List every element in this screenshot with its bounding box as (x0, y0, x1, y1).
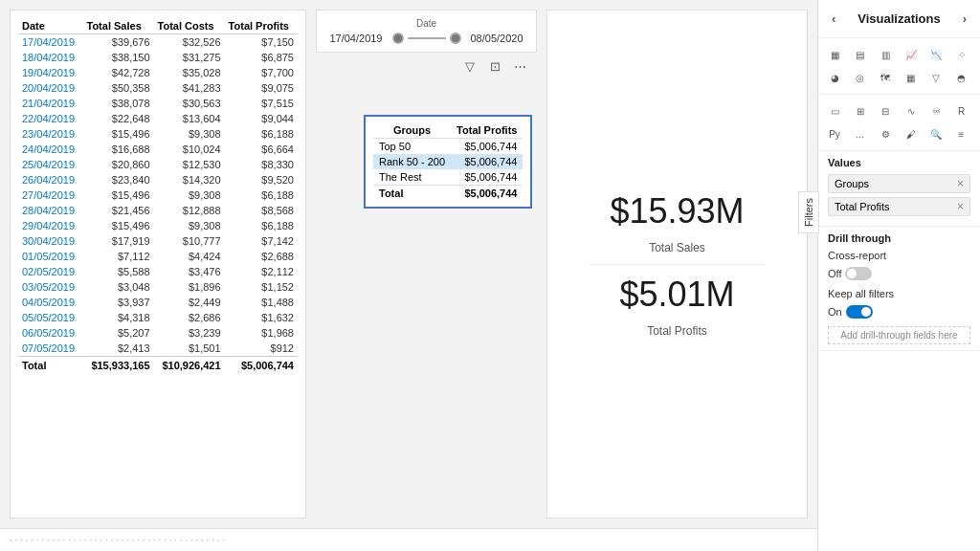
groups-field-pill[interactable]: Groups × (828, 174, 970, 193)
table-cell: $16,688 (83, 142, 154, 157)
keep-filters-toggle-track[interactable] (846, 305, 873, 319)
table-cell: 27/04/2019 (18, 187, 83, 203)
gauge-icon[interactable]: ◓ (951, 67, 972, 88)
popup-table-value: $5,006,744 (451, 139, 523, 155)
table-footer-cell: Total (18, 357, 83, 375)
col-date: Date (18, 18, 83, 34)
cross-report-toggle[interactable]: Off (828, 267, 970, 280)
table-cell: $8,330 (225, 157, 298, 172)
keep-filters-toggle-text: On (828, 306, 842, 318)
total-profits-remove-btn[interactable]: × (957, 200, 964, 213)
table-cell: $50,358 (83, 80, 154, 96)
popup-table-group: The Rest (373, 169, 451, 186)
table-cell: $12,888 (154, 203, 225, 218)
card-icon[interactable]: ▭ (824, 100, 845, 121)
kpi-panel: $15.93M Total Sales $5.01M Total Profits (546, 10, 808, 518)
table-cell: $6,188 (225, 187, 298, 203)
matrix-icon[interactable]: ⊟ (875, 100, 896, 121)
table-cell: $2,112 (225, 264, 298, 279)
table-cell: $15,496 (83, 126, 154, 142)
fields-icon[interactable]: ≡ (951, 123, 972, 144)
table-cell: 30/04/2019 (18, 233, 83, 249)
table-cell: $4,318 (83, 310, 154, 325)
table-cell: $2,413 (83, 341, 154, 357)
popup-groups-table: Groups Total Profits Top 50$5,006,744Ran… (364, 115, 532, 209)
cross-report-toggle-knob (847, 269, 857, 278)
focus-icon[interactable]: ⊡ (485, 56, 504, 76)
table-cell: $6,664 (225, 142, 298, 157)
donut-chart-icon[interactable]: ◎ (850, 67, 871, 88)
table-cell: $912 (225, 341, 298, 357)
popup-footer-value: $5,006,744 (451, 186, 523, 202)
total-sales-value: $15.93M (610, 191, 744, 231)
nav-chevron-left[interactable]: ‹ (828, 8, 839, 30)
table-cell: $6,875 (225, 50, 298, 65)
table-cell: 23/04/2019 (18, 126, 83, 142)
bottom-bar-text: · · · · · · · · · · · · · · · · · · · · … (10, 535, 225, 545)
analytics-icon[interactable]: 🔍 (925, 123, 947, 144)
r-icon[interactable]: R (951, 100, 972, 121)
more-icon[interactable]: … (850, 123, 871, 144)
table-cell: 17/04/2019 (18, 34, 83, 51)
keep-filters-toggle[interactable]: On (828, 305, 970, 319)
clustered-bar-icon[interactable]: ▥ (875, 44, 896, 65)
total-profits-field-label: Total Profits (835, 201, 889, 212)
line-chart-icon[interactable]: 📈 (901, 44, 922, 65)
groups-remove-btn[interactable]: × (957, 177, 964, 190)
table-footer-cell: $5,006,744 (225, 357, 298, 375)
table-icon[interactable]: ⊞ (850, 100, 871, 121)
visualizations-title: Visualizations (858, 11, 940, 26)
scatter-icon[interactable]: ⁘ (951, 44, 972, 65)
date-start: 17/04/2019 (329, 33, 382, 44)
slider-handle-left[interactable] (392, 33, 404, 44)
slider-handle-right[interactable] (450, 33, 461, 44)
values-section-title: Values (828, 157, 970, 168)
treemap-icon[interactable]: ▦ (901, 67, 922, 88)
table-cell: $10,777 (154, 233, 225, 249)
table-cell: $2,449 (154, 295, 225, 310)
table-cell: 05/05/2019 (18, 310, 83, 325)
table-cell: $3,048 (83, 279, 154, 295)
cross-report-toggle-track[interactable] (845, 267, 872, 280)
table-cell: $5,207 (83, 325, 154, 341)
build-icon[interactable]: ⚙ (875, 123, 896, 144)
table-cell: $1,632 (225, 310, 298, 325)
py-icon[interactable]: Py (824, 123, 845, 144)
date-range[interactable]: 17/04/2019 08/05/2020 (329, 33, 523, 44)
keep-filters-row: Keep all filters (828, 288, 970, 299)
table-cell: $7,150 (225, 34, 298, 51)
ribbon-icon[interactable]: ♾ (925, 100, 947, 121)
table-cell: $22,648 (83, 111, 154, 126)
table-cell: $38,150 (83, 50, 154, 65)
format-icon[interactable]: 🖌 (901, 123, 922, 144)
waterfall-icon[interactable]: ∿ (901, 100, 922, 121)
date-filter-panel: Date 17/04/2019 08/05/2020 (316, 10, 537, 53)
date-slider[interactable] (392, 33, 461, 44)
main-data-table: Date Total Sales Total Costs Total Profi… (10, 10, 306, 518)
table-cell: $12,530 (154, 157, 225, 172)
add-drill-through-field[interactable]: Add drill-through fields here (828, 326, 970, 344)
table-cell: 26/04/2019 (18, 172, 83, 187)
funnel-icon[interactable]: ▽ (925, 67, 947, 88)
popup-table-group: Top 50 (373, 139, 451, 155)
table-cell: 04/05/2019 (18, 295, 83, 310)
table-cell: $31,275 (154, 50, 225, 65)
table-cell: $41,283 (154, 80, 225, 96)
pie-chart-icon[interactable]: ◕ (824, 67, 845, 88)
visualizations-panel: ‹ Visualizations › ▦▤▥📈📉⁘◕◎🗺▦▽◓ ▭⊞⊟∿♾RPy… (817, 0, 980, 551)
table-cell: $6,188 (225, 126, 298, 142)
table-cell: 18/04/2019 (18, 50, 83, 65)
vis-icons-grid-2: ▭⊞⊟∿♾RPy…⚙🖌🔍≡ (818, 95, 980, 151)
filter-icon[interactable]: ▽ (460, 56, 479, 76)
col-total-costs: Total Costs (154, 18, 225, 34)
total-profits-field-pill[interactable]: Total Profits × (828, 197, 970, 216)
area-chart-icon[interactable]: 📉 (925, 44, 947, 65)
map-icon[interactable]: 🗺 (875, 67, 896, 88)
bar-chart-icon[interactable]: ▦ (824, 44, 845, 65)
table-cell: 03/05/2019 (18, 279, 83, 295)
filters-tab[interactable]: Filters (798, 191, 819, 233)
table-cell: $23,840 (83, 172, 154, 187)
nav-chevron-right[interactable]: › (959, 8, 970, 30)
stacked-bar-icon[interactable]: ▤ (850, 44, 871, 65)
more-options-icon[interactable]: ⋯ (510, 56, 529, 76)
